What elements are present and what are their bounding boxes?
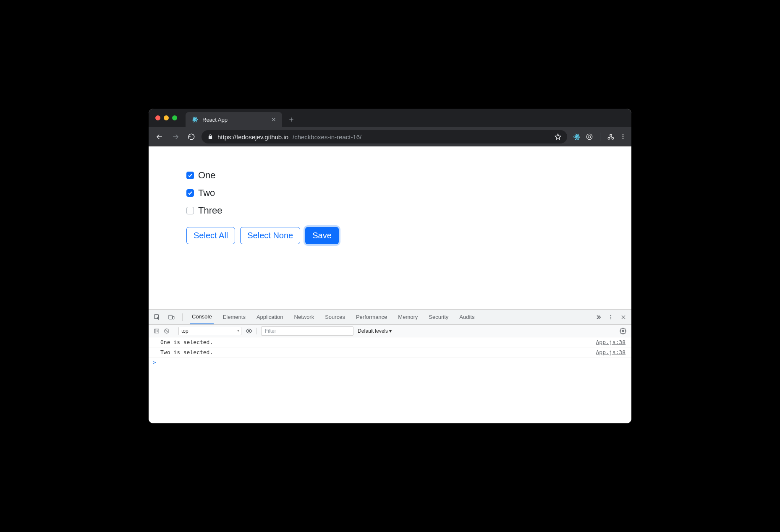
devtools-tabs: Console Elements Application Network Sou…: [149, 310, 631, 325]
log-levels-selector[interactable]: Default levels ▾: [358, 328, 392, 334]
svg-rect-31: [154, 329, 159, 333]
inspect-element-icon[interactable]: [154, 314, 160, 321]
browser-window: React App ✕ https://fedosejev.git: [149, 109, 631, 423]
svg-point-28: [610, 318, 611, 319]
browser-toolbar: https://fedosejev.github.io/checkboxes-i…: [149, 127, 631, 146]
profile-icon[interactable]: [607, 133, 615, 141]
svg-point-22: [623, 138, 624, 139]
devtools-tab-network[interactable]: Network: [293, 310, 316, 324]
console-row: One is selected. App.js:38: [149, 337, 631, 347]
select-none-button[interactable]: Select None: [240, 227, 300, 244]
reload-button[interactable]: [186, 131, 197, 143]
svg-rect-24: [169, 315, 172, 319]
tab-strip: React App ✕: [149, 109, 631, 127]
svg-point-16: [608, 138, 610, 140]
back-button[interactable]: [154, 131, 165, 143]
svg-line-34: [165, 329, 168, 332]
svg-point-36: [622, 330, 624, 332]
extension-icons: [571, 133, 626, 141]
svg-point-0: [194, 119, 196, 120]
page-content: One Two Three Select All Select None Sav…: [149, 146, 631, 309]
clear-console-icon[interactable]: [164, 328, 170, 334]
select-all-button[interactable]: Select All: [186, 227, 235, 244]
devtools-tab-console[interactable]: Console: [190, 310, 214, 324]
svg-point-9: [576, 136, 578, 138]
devtools-tab-application[interactable]: Application: [255, 310, 285, 324]
console-prompt[interactable]: >: [149, 357, 631, 367]
svg-marker-8: [555, 134, 560, 139]
svg-point-21: [623, 136, 624, 138]
checkbox-row: Three: [186, 205, 631, 216]
checkbox-row: Two: [186, 188, 631, 198]
svg-rect-25: [173, 316, 174, 319]
close-tab-icon[interactable]: ✕: [271, 116, 276, 123]
console-sidebar-toggle-icon[interactable]: [154, 328, 160, 334]
react-favicon-icon: [191, 116, 198, 123]
window-controls: [154, 115, 181, 120]
url-host: https://fedosejev.github.io: [217, 133, 288, 141]
devtools-panel: Console Elements Application Network Sou…: [149, 309, 631, 423]
svg-point-14: [588, 136, 591, 138]
svg-point-17: [612, 138, 614, 140]
close-devtools-icon[interactable]: [620, 314, 626, 320]
devtools-tab-audits[interactable]: Audits: [458, 310, 476, 324]
svg-line-19: [611, 136, 612, 138]
console-toolbar: top Filter Default levels ▾: [149, 325, 631, 337]
checkbox-label: Two: [198, 188, 215, 198]
console-message: One is selected.: [160, 339, 213, 345]
console-source-link[interactable]: App.js:38: [596, 339, 626, 345]
browser-tab[interactable]: React App ✕: [186, 112, 282, 127]
maximize-window-button[interactable]: [172, 115, 177, 120]
svg-point-13: [586, 134, 592, 140]
svg-point-15: [610, 134, 612, 136]
save-button[interactable]: Save: [305, 227, 339, 244]
close-window-button[interactable]: [155, 115, 160, 120]
tab-title: React App: [202, 117, 228, 123]
context-selector[interactable]: top: [178, 327, 241, 335]
menu-icon[interactable]: [620, 133, 626, 140]
console-source-link[interactable]: App.js:38: [596, 349, 626, 355]
checkbox-three[interactable]: [186, 207, 194, 214]
console-settings-icon[interactable]: [620, 328, 626, 334]
devtools-tab-elements[interactable]: Elements: [221, 310, 247, 324]
console-output: One is selected. App.js:38 Two is select…: [149, 337, 631, 423]
devtools-tab-sources[interactable]: Sources: [323, 310, 347, 324]
checkbox-two[interactable]: [186, 189, 194, 197]
checkbox-one[interactable]: [186, 172, 194, 179]
svg-point-27: [610, 316, 611, 317]
svg-point-35: [248, 330, 250, 332]
console-filter-input[interactable]: Filter: [261, 326, 353, 336]
checkbox-label: Three: [198, 205, 222, 216]
checkbox-row: One: [186, 170, 631, 181]
svg-point-26: [610, 315, 611, 316]
extension-icon[interactable]: [586, 133, 593, 141]
url-path: /checkboxes-in-react-16/: [293, 133, 361, 141]
console-row: Two is selected. App.js:38: [149, 347, 631, 357]
button-row: Select All Select None Save: [186, 227, 631, 244]
minimize-window-button[interactable]: [164, 115, 169, 120]
checkbox-label: One: [198, 170, 216, 181]
devtools-tab-security[interactable]: Security: [427, 310, 450, 324]
address-bar[interactable]: https://fedosejev.github.io/checkboxes-i…: [202, 130, 567, 143]
react-devtools-icon[interactable]: [573, 133, 581, 141]
device-toolbar-icon[interactable]: [168, 314, 175, 321]
bookmark-star-icon[interactable]: [555, 133, 561, 140]
console-message: Two is selected.: [160, 349, 213, 355]
new-tab-button[interactable]: [285, 114, 297, 125]
toolbar-separator: [600, 133, 600, 141]
devtools-tab-memory[interactable]: Memory: [396, 310, 419, 324]
forward-button[interactable]: [170, 131, 181, 143]
svg-point-20: [623, 134, 624, 136]
lock-icon: [207, 134, 213, 140]
devtools-menu-icon[interactable]: [608, 314, 614, 320]
devtools-tab-performance[interactable]: Performance: [354, 310, 389, 324]
live-expression-icon[interactable]: [246, 328, 252, 334]
svg-line-18: [610, 136, 610, 138]
more-tabs-icon[interactable]: [595, 314, 601, 320]
